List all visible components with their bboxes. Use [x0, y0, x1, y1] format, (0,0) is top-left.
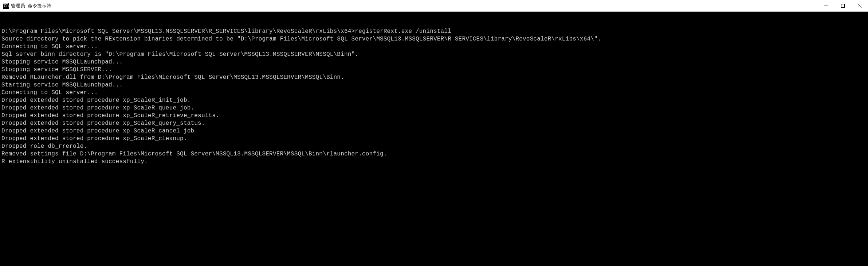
window-title: 管理员: 命令提示符: [11, 3, 818, 9]
output-line: Dropped role db_rrerole.: [1, 143, 867, 150]
output-line: Dropped extended stored procedure xp_Sca…: [1, 135, 867, 143]
window-controls: [818, 0, 868, 11]
output-line: Stopping service MSSQLLaunchpad...: [1, 58, 867, 66]
output-line: Dropped extended stored procedure xp_Sca…: [1, 97, 867, 104]
command-text: registerRext.exe /uninstall: [355, 28, 451, 35]
close-button[interactable]: [851, 0, 868, 11]
output-line: Dropped extended stored procedure xp_Sca…: [1, 104, 867, 112]
svg-text:C:\: C:\: [4, 4, 9, 8]
blank-line: [1, 20, 867, 28]
maximize-button[interactable]: [834, 0, 851, 11]
prompt-path: D:\Program Files\Microsoft SQL Server\MS…: [1, 28, 355, 35]
window-titlebar[interactable]: C:\ 管理员: 命令提示符: [0, 0, 868, 12]
output-line: Removed settings file D:\Program Files\M…: [1, 150, 867, 158]
output-line: Dropped extended stored procedure xp_Sca…: [1, 127, 867, 135]
output-line: Starting service MSSQLLaunchpad...: [1, 81, 867, 89]
output-line: Connecting to SQL server...: [1, 43, 867, 51]
output-line: Dropped extended stored procedure xp_Sca…: [1, 112, 867, 120]
output-line: R extensibility uninstalled successfully…: [1, 158, 867, 166]
svg-rect-4: [841, 4, 845, 7]
output-line: Stopping service MSSQLSERVER...: [1, 66, 867, 74]
output-line: Connecting to SQL server...: [1, 89, 867, 97]
terminal-output[interactable]: D:\Program Files\Microsoft SQL Server\MS…: [0, 12, 868, 266]
output-line: Removed RLauncher.dll from D:\Program Fi…: [1, 74, 867, 81]
output-line: Dropped extended stored procedure xp_Sca…: [1, 120, 867, 127]
output-line: Source directory to pick the RExtension …: [1, 35, 867, 43]
output-line: Sql server binn directory is "D:\Program…: [1, 51, 867, 58]
cmd-icon: C:\: [3, 3, 9, 9]
minimize-button[interactable]: [818, 0, 834, 11]
